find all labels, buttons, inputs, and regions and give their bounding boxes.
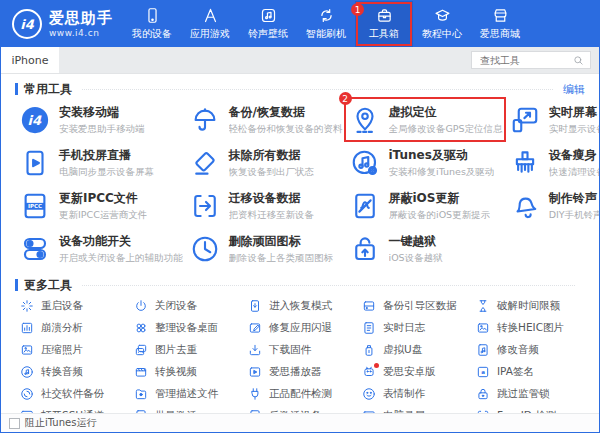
tab-iphone[interactable]: iPhone	[1, 47, 59, 73]
tool-card[interactable]: 备份/恢复数据 轻松备份和恢复设备的资料	[185, 98, 345, 141]
tool-title: 备份/恢复数据	[229, 104, 343, 121]
accessory-check-icon	[248, 387, 262, 401]
tool-card[interactable]: 手机投屏直播 电脑同步显示设备屏幕	[15, 141, 185, 184]
mini-tool-item[interactable]: 转换视频	[129, 361, 243, 383]
tool-card[interactable]: 一键越狱 iOS设备越狱	[345, 227, 505, 270]
audio-convert-icon	[20, 365, 34, 379]
mini-tool-item[interactable]: 关闭设备	[129, 295, 243, 317]
tutorial-icon	[434, 7, 451, 24]
mini-tool-item[interactable]: 修改音频	[471, 339, 585, 361]
nav-item[interactable]: 智能刷机	[297, 1, 355, 47]
mini-tool-item[interactable]: 跳过监管锁	[471, 383, 585, 405]
mini-tool-item[interactable]: 爱思播放器	[243, 361, 357, 383]
tool-title: 迁移设备数据	[229, 190, 315, 207]
mini-tool-item[interactable]: 爱思安卓版	[357, 361, 471, 383]
tool-title: 删除顽固图标	[229, 233, 334, 250]
bell-icon	[510, 191, 540, 221]
mini-tool-item[interactable]: 修复应用闪退	[243, 317, 357, 339]
mini-tool-item[interactable]: 下载固件	[243, 339, 357, 361]
mini-tool-label: 爱思播放器	[269, 365, 322, 379]
tool-card[interactable]: 制作铃声 DIY手机铃声	[505, 184, 600, 227]
mini-tool-item[interactable]: 压缩照片	[15, 339, 129, 361]
mini-tool-item[interactable]: 管理描述文件	[129, 383, 243, 405]
tool-subtitle: 安装爱思助手移动端	[59, 123, 145, 136]
ringtone-icon	[260, 7, 277, 24]
nav-item-label: 铃声壁纸	[248, 27, 288, 41]
crash-analysis-icon	[20, 321, 34, 335]
mini-tool-item[interactable]: 崩溃分析	[15, 317, 129, 339]
mini-tool-item[interactable]: 正品配件检测	[243, 383, 357, 405]
search-input[interactable]	[478, 54, 569, 67]
nav-item[interactable]: 应用游戏	[181, 1, 239, 47]
mini-tool-item[interactable]: 社交软件备份	[15, 383, 129, 405]
window-control-button[interactable]	[583, 4, 592, 13]
titlebar-action[interactable]	[541, 22, 562, 43]
tool-title: 安装移动端	[59, 104, 145, 121]
mini-tool-label: 正品配件检测	[269, 387, 332, 401]
section-accent-bar	[15, 83, 18, 95]
mini-tool-item[interactable]: 转换音频	[15, 361, 129, 383]
titlebar-action[interactable]	[569, 22, 590, 43]
annotation-badge: 1	[351, 3, 364, 16]
hourglass-icon	[476, 299, 490, 313]
nav-item-label: 智能刷机	[306, 27, 346, 41]
block-itunes-checkbox[interactable]	[9, 418, 20, 429]
search-icon	[573, 55, 584, 66]
tool-card[interactable]: 屏蔽iOS更新 屏蔽设备的iOS更新提示	[345, 184, 505, 227]
tool-card[interactable]: i4 安装移动端 安装爱思助手移动端	[15, 98, 185, 141]
nav-item-label: 教程中心	[422, 27, 462, 41]
log-icon	[362, 321, 376, 335]
clock-icon	[190, 234, 220, 264]
window-control-button[interactable]	[549, 4, 558, 13]
tool-card[interactable]: IPCC 更新IPCC文件 更新IPCC运营商文件	[15, 184, 185, 227]
mini-tool-item[interactable]: a IPA签名	[471, 361, 585, 383]
nav-item[interactable]: 我的设备	[123, 1, 181, 47]
heic-convert-icon	[476, 321, 490, 335]
mini-tool-label: 转换HEIC图片	[497, 321, 564, 335]
tool-card[interactable]: 删除顽固图标 删除设备上各类顽固图标	[185, 227, 345, 270]
window-control-button[interactable]	[515, 4, 524, 13]
tool-title: 更新IPCC文件	[59, 190, 147, 207]
window-control-button[interactable]	[566, 4, 575, 13]
nav-item[interactable]: 工具箱 1	[355, 1, 413, 47]
tool-subtitle: 屏蔽设备的iOS更新提示	[389, 209, 491, 222]
player-icon	[248, 365, 262, 379]
tool-subtitle: DIY手机铃声	[549, 209, 600, 222]
mini-tool-item[interactable]: 转换HEIC图片	[471, 317, 585, 339]
nav-item-label: 应用游戏	[190, 27, 230, 41]
tool-card[interactable]: 实时屏幕 实时显示设备屏幕的画面	[505, 98, 600, 141]
mini-tool-item[interactable]: 备份引导区数据	[357, 295, 471, 317]
mini-tool-item[interactable]: 重启设备	[15, 295, 129, 317]
social-backup-icon	[20, 387, 34, 401]
tool-card[interactable]: 迁移设备数据 把资料迁移至新设备	[185, 184, 345, 227]
edit-link[interactable]: 编辑	[563, 82, 585, 97]
tool-card[interactable]: iTunes及驱动 安装和修复iTunes及驱动	[345, 141, 505, 184]
nav-item[interactable]: 教程中心	[413, 1, 471, 47]
toolbox-content: 常用工具 编辑 i4 安装移动端 安装爱思助手移动端 备份/恢复数据 轻松备份和…	[1, 82, 599, 427]
mini-tool-label: 崩溃分析	[41, 321, 83, 335]
mini-tool-item[interactable]: 虚拟U盘	[357, 339, 471, 361]
section-divider	[82, 285, 575, 286]
tool-subtitle: 开启或关闭设备上的辅助功能	[59, 252, 183, 265]
mini-tool-item[interactable]: 进入恢复模式	[243, 295, 357, 317]
profile-manage-icon	[134, 387, 148, 401]
window-control-button[interactable]	[532, 4, 541, 13]
tool-card[interactable]: 设备功能开关 开启或关闭设备上的辅助功能	[15, 227, 185, 270]
mini-tool-label: 修复应用闪退	[269, 321, 332, 335]
mini-tool-item[interactable]: 破解时间限额	[471, 295, 585, 317]
tool-title: 设备瘦身	[549, 147, 600, 164]
tool-card[interactable]: 虚拟定位 全局修改设备GPS定位信息 2	[345, 98, 505, 141]
tool-title: 制作铃声	[549, 190, 600, 207]
mini-tool-label: 管理描述文件	[155, 387, 218, 401]
tool-title: 实时屏幕	[549, 104, 600, 121]
mini-tool-item[interactable]: 表情制作	[357, 383, 471, 405]
mini-tool-item[interactable]: 实时日志	[357, 317, 471, 339]
nav-item[interactable]: 铃声壁纸	[239, 1, 297, 47]
mini-tool-label: 进入恢复模式	[269, 299, 332, 313]
mdm-lock-icon	[476, 387, 490, 401]
video-convert-icon	[134, 365, 148, 379]
tool-card[interactable]: 抹除所有数据 恢复设备到出厂状态	[185, 141, 345, 184]
mini-tool-item[interactable]: 图片去重	[129, 339, 243, 361]
mini-tool-item[interactable]: 整理设备桌面	[129, 317, 243, 339]
tool-card[interactable]: 设备瘦身 快速清理设备垃圾文件	[505, 141, 600, 184]
